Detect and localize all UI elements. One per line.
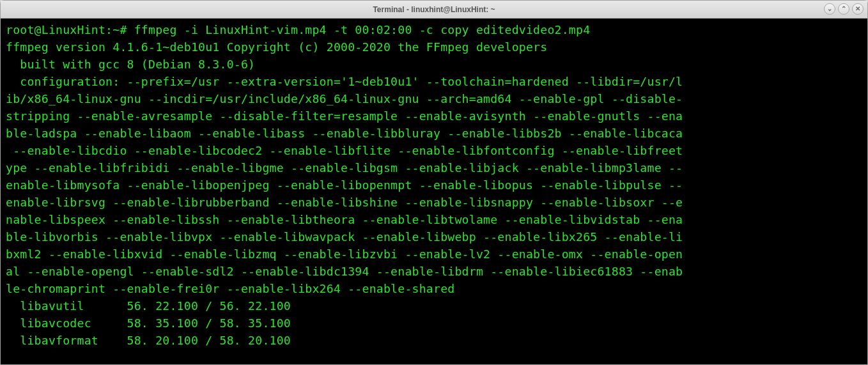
command-line: ffmpeg -i LinuxHint-vim.mp4 -t 00:02:00 … (134, 23, 591, 36)
output-line: nable-libspeex --enable-libssh --enable-… (6, 213, 683, 226)
output-line: enable-libmysofa --enable-libopenjpeg --… (6, 178, 683, 192)
output-line: libavcodec 58. 35.100 / 58. 35.100 (6, 316, 291, 330)
output-line: ib/x86_64-linux-gnu --incdir=/usr/includ… (6, 92, 683, 105)
titlebar[interactable]: Terminal - linuxhint@LinuxHint: ~ ⌄ ⌃ ✕ (1, 1, 867, 19)
window-title: Terminal - linuxhint@LinuxHint: ~ (373, 5, 495, 14)
output-line: built with gcc 8 (Debian 8.3.0-6) (6, 58, 255, 71)
output-line: ble-libvorbis --enable-libvpx --enable-l… (6, 230, 683, 244)
output-line: le-chromaprint --enable-frei0r --enable-… (6, 282, 454, 295)
output-line: ype --enable-libfribidi --enable-libgme … (6, 161, 683, 175)
close-button[interactable]: ✕ (852, 3, 864, 15)
output-line: ffmpeg version 4.1.6-1~deb10u1 Copyright… (6, 40, 547, 54)
output-line: ble-ladspa --enable-libaom --enable-liba… (6, 127, 683, 140)
terminal-window: Terminal - linuxhint@LinuxHint: ~ ⌄ ⌃ ✕ … (0, 0, 868, 365)
terminal-viewport[interactable]: root@LinuxHint:~# ffmpeg -i LinuxHint-vi… (1, 19, 867, 364)
window-controls: ⌄ ⌃ ✕ (824, 3, 864, 15)
output-line: stripping --enable-avresample --disable-… (6, 109, 683, 123)
output-line: configuration: --prefix=/usr --extra-ver… (6, 75, 683, 88)
output-line: libavformat 58. 20.100 / 58. 20.100 (6, 334, 291, 347)
maximize-button[interactable]: ⌃ (838, 3, 849, 15)
shell-prompt: root@LinuxHint:~# (6, 23, 134, 36)
output-line: enable-librsvg --enable-librubberband --… (6, 196, 683, 209)
output-line: al --enable-opengl --enable-sdl2 --enabl… (6, 265, 683, 278)
output-line: bxml2 --enable-libxvid --enable-libzmq -… (6, 247, 683, 261)
minimize-button[interactable]: ⌄ (824, 3, 835, 15)
output-line: libavutil 56. 22.100 / 56. 22.100 (6, 299, 291, 313)
output-line: --enable-libcdio --enable-libcodec2 --en… (6, 144, 683, 157)
